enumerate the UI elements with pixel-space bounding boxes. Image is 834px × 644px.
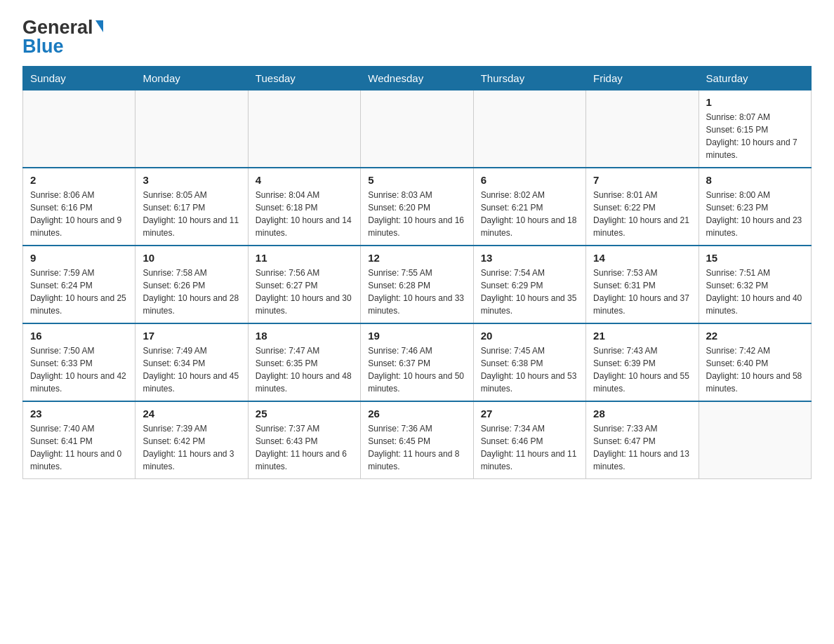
day-info: Sunrise: 8:02 AMSunset: 6:21 PMDaylight:… — [481, 189, 578, 239]
day-number: 4 — [256, 174, 353, 186]
day-info: Sunrise: 8:07 AMSunset: 6:15 PMDaylight:… — [706, 111, 804, 161]
header-wednesday: Wednesday — [361, 67, 473, 90]
day-info: Sunrise: 7:45 AMSunset: 6:38 PMDaylight:… — [481, 344, 578, 395]
day-number: 20 — [481, 330, 578, 342]
day-number: 8 — [706, 174, 804, 186]
header-thursday: Thursday — [473, 67, 585, 90]
day-number: 12 — [368, 252, 465, 264]
day-number: 21 — [593, 330, 691, 342]
day-number: 24 — [143, 408, 240, 420]
logo-blue: Blue — [22, 36, 64, 57]
day-info: Sunrise: 7:37 AMSunset: 6:43 PMDaylight:… — [256, 422, 353, 473]
day-info: Sunrise: 8:04 AMSunset: 6:18 PMDaylight:… — [256, 189, 353, 239]
day-info: Sunrise: 7:56 AMSunset: 6:27 PMDaylight:… — [256, 267, 353, 317]
table-row: 7Sunrise: 8:01 AMSunset: 6:22 PMDaylight… — [586, 168, 699, 246]
table-row — [361, 90, 473, 168]
table-row — [699, 401, 811, 479]
day-info: Sunrise: 8:06 AMSunset: 6:16 PMDaylight:… — [30, 189, 128, 239]
day-info: Sunrise: 7:33 AMSunset: 6:47 PMDaylight:… — [593, 422, 691, 473]
day-number: 10 — [143, 252, 240, 264]
day-number: 27 — [481, 408, 578, 420]
day-info: Sunrise: 7:49 AMSunset: 6:34 PMDaylight:… — [143, 344, 240, 395]
header-monday: Monday — [135, 67, 248, 90]
day-number: 15 — [706, 252, 804, 264]
table-row: 28Sunrise: 7:33 AMSunset: 6:47 PMDayligh… — [586, 401, 699, 479]
day-info: Sunrise: 7:50 AMSunset: 6:33 PMDaylight:… — [30, 344, 128, 395]
day-info: Sunrise: 7:36 AMSunset: 6:45 PMDaylight:… — [368, 422, 465, 473]
table-row: 11Sunrise: 7:56 AMSunset: 6:27 PMDayligh… — [248, 246, 360, 323]
day-number: 3 — [143, 174, 240, 186]
table-row: 4Sunrise: 8:04 AMSunset: 6:18 PMDaylight… — [248, 168, 360, 246]
week-row-1: 1Sunrise: 8:07 AMSunset: 6:15 PMDaylight… — [23, 90, 812, 168]
day-info: Sunrise: 7:34 AMSunset: 6:46 PMDaylight:… — [481, 422, 578, 473]
day-number: 9 — [30, 252, 128, 264]
day-info: Sunrise: 7:58 AMSunset: 6:26 PMDaylight:… — [143, 267, 240, 317]
header-sunday: Sunday — [23, 67, 135, 90]
table-row: 1Sunrise: 8:07 AMSunset: 6:15 PMDaylight… — [699, 90, 811, 168]
day-number: 16 — [30, 330, 128, 342]
day-number: 26 — [368, 408, 465, 420]
week-row-5: 23Sunrise: 7:40 AMSunset: 6:41 PMDayligh… — [23, 401, 812, 479]
table-row — [135, 90, 248, 168]
day-info: Sunrise: 7:53 AMSunset: 6:31 PMDaylight:… — [593, 267, 691, 317]
table-row — [473, 90, 585, 168]
header-saturday: Saturday — [699, 67, 811, 90]
table-row: 22Sunrise: 7:42 AMSunset: 6:40 PMDayligh… — [699, 323, 811, 401]
weekday-header-row: Sunday Monday Tuesday Wednesday Thursday… — [23, 67, 812, 90]
day-number: 18 — [256, 330, 353, 342]
day-info: Sunrise: 7:42 AMSunset: 6:40 PMDaylight:… — [706, 344, 804, 395]
day-number: 28 — [593, 408, 691, 420]
day-info: Sunrise: 8:01 AMSunset: 6:22 PMDaylight:… — [593, 189, 691, 239]
calendar-table: Sunday Monday Tuesday Wednesday Thursday… — [22, 66, 812, 479]
day-info: Sunrise: 7:47 AMSunset: 6:35 PMDaylight:… — [256, 344, 353, 395]
day-number: 22 — [706, 330, 804, 342]
day-info: Sunrise: 7:46 AMSunset: 6:37 PMDaylight:… — [368, 344, 465, 395]
header-tuesday: Tuesday — [248, 67, 360, 90]
table-row: 2Sunrise: 8:06 AMSunset: 6:16 PMDaylight… — [23, 168, 135, 246]
day-info: Sunrise: 8:00 AMSunset: 6:23 PMDaylight:… — [706, 189, 804, 239]
logo-triangle-icon — [95, 20, 103, 32]
table-row: 8Sunrise: 8:00 AMSunset: 6:23 PMDaylight… — [699, 168, 811, 246]
day-number: 25 — [256, 408, 353, 420]
day-number: 7 — [593, 174, 691, 186]
day-info: Sunrise: 8:05 AMSunset: 6:17 PMDaylight:… — [143, 189, 240, 239]
table-row — [248, 90, 360, 168]
day-number: 17 — [143, 330, 240, 342]
table-row — [23, 90, 135, 168]
week-row-3: 9Sunrise: 7:59 AMSunset: 6:24 PMDaylight… — [23, 246, 812, 323]
page-header: General Blue — [22, 17, 812, 58]
week-row-2: 2Sunrise: 8:06 AMSunset: 6:16 PMDaylight… — [23, 168, 812, 246]
day-info: Sunrise: 7:54 AMSunset: 6:29 PMDaylight:… — [481, 267, 578, 317]
table-row: 3Sunrise: 8:05 AMSunset: 6:17 PMDaylight… — [135, 168, 248, 246]
table-row: 17Sunrise: 7:49 AMSunset: 6:34 PMDayligh… — [135, 323, 248, 401]
day-info: Sunrise: 7:39 AMSunset: 6:42 PMDaylight:… — [143, 422, 240, 473]
table-row: 13Sunrise: 7:54 AMSunset: 6:29 PMDayligh… — [473, 246, 585, 323]
table-row: 6Sunrise: 8:02 AMSunset: 6:21 PMDaylight… — [473, 168, 585, 246]
table-row: 15Sunrise: 7:51 AMSunset: 6:32 PMDayligh… — [699, 246, 811, 323]
day-info: Sunrise: 7:59 AMSunset: 6:24 PMDaylight:… — [30, 267, 128, 317]
day-info: Sunrise: 7:55 AMSunset: 6:28 PMDaylight:… — [368, 267, 465, 317]
logo-general: General — [22, 17, 93, 38]
day-number: 5 — [368, 174, 465, 186]
table-row: 21Sunrise: 7:43 AMSunset: 6:39 PMDayligh… — [586, 323, 699, 401]
day-number: 13 — [481, 252, 578, 264]
day-info: Sunrise: 7:43 AMSunset: 6:39 PMDaylight:… — [593, 344, 691, 395]
day-number: 2 — [30, 174, 128, 186]
table-row: 18Sunrise: 7:47 AMSunset: 6:35 PMDayligh… — [248, 323, 360, 401]
day-info: Sunrise: 7:51 AMSunset: 6:32 PMDaylight:… — [706, 267, 804, 317]
table-row: 9Sunrise: 7:59 AMSunset: 6:24 PMDaylight… — [23, 246, 135, 323]
table-row: 24Sunrise: 7:39 AMSunset: 6:42 PMDayligh… — [135, 401, 248, 479]
week-row-4: 16Sunrise: 7:50 AMSunset: 6:33 PMDayligh… — [23, 323, 812, 401]
table-row: 5Sunrise: 8:03 AMSunset: 6:20 PMDaylight… — [361, 168, 473, 246]
table-row: 27Sunrise: 7:34 AMSunset: 6:46 PMDayligh… — [473, 401, 585, 479]
table-row: 19Sunrise: 7:46 AMSunset: 6:37 PMDayligh… — [361, 323, 473, 401]
day-info: Sunrise: 7:40 AMSunset: 6:41 PMDaylight:… — [30, 422, 128, 473]
logo: General Blue — [22, 17, 103, 58]
table-row: 10Sunrise: 7:58 AMSunset: 6:26 PMDayligh… — [135, 246, 248, 323]
table-row: 23Sunrise: 7:40 AMSunset: 6:41 PMDayligh… — [23, 401, 135, 479]
table-row — [586, 90, 699, 168]
table-row: 20Sunrise: 7:45 AMSunset: 6:38 PMDayligh… — [473, 323, 585, 401]
day-number: 6 — [481, 174, 578, 186]
day-number: 19 — [368, 330, 465, 342]
day-number: 23 — [30, 408, 128, 420]
